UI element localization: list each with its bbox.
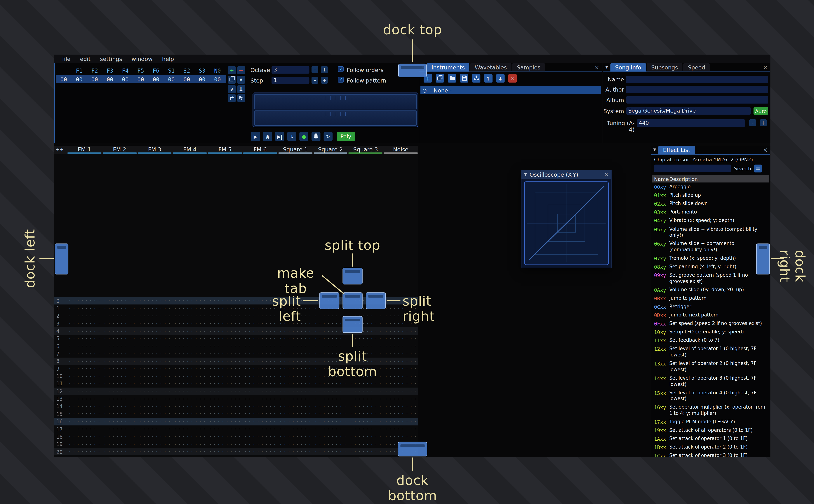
make-tab-target[interactable] xyxy=(342,292,362,309)
split-bottom-target[interactable] xyxy=(342,316,362,333)
tuning-decrease-button[interactable]: - xyxy=(749,119,756,126)
pattern-cell[interactable]: ·············· xyxy=(172,359,207,364)
pattern-cell[interactable]: ·············· xyxy=(348,344,383,349)
tuning-input[interactable]: 440 xyxy=(637,119,745,127)
pattern-cell[interactable]: ·············· xyxy=(67,306,102,311)
follow-pattern-checkbox[interactable] xyxy=(338,77,343,83)
order-cell-s1[interactable]: 00 xyxy=(164,76,179,82)
pattern-cell[interactable]: ·············· xyxy=(172,374,207,379)
effect-row[interactable]: 01xxPitch slide up xyxy=(652,191,770,200)
pattern-cell[interactable]: ·············· xyxy=(278,411,313,417)
pattern-cell[interactable]: ·············· xyxy=(102,419,137,424)
pattern-cell[interactable]: ·············· xyxy=(278,434,313,439)
order-cell-f6[interactable]: 00 xyxy=(148,76,164,82)
pattern-cell[interactable]: ·············· xyxy=(242,381,278,386)
pattern-cell[interactable]: ·············· xyxy=(207,404,242,409)
effect-row[interactable]: 10xySetup LFO (x: enable; y: speed) xyxy=(652,328,770,337)
pattern-cell[interactable]: ·············· xyxy=(348,434,383,439)
pattern-cell[interactable]: ·············· xyxy=(242,434,278,439)
effect-row[interactable]: 00xyArpeggio xyxy=(652,183,770,191)
poly-button[interactable]: Poly xyxy=(337,132,355,141)
system-input[interactable]: Sega Genesis/Mega Drive xyxy=(626,107,751,115)
pattern-cell[interactable]: ·············· xyxy=(137,306,172,311)
effect-row[interactable]: 05xyVolume slide + vibrato (compatibilit… xyxy=(652,225,770,240)
pattern-cell[interactable]: ·············· xyxy=(207,457,242,457)
order-cell-f1[interactable]: 00 xyxy=(71,76,87,82)
pattern-cell[interactable]: ·············· xyxy=(137,457,172,457)
pattern-cell[interactable]: ·············· xyxy=(102,374,137,379)
pattern-cell[interactable]: ·············· xyxy=(278,442,313,447)
pattern-cell[interactable]: ·············· xyxy=(102,442,137,447)
channel-header-noise[interactable]: Noise xyxy=(383,146,419,154)
pattern-cell[interactable]: ·············· xyxy=(172,396,207,402)
play-button[interactable]: ▶ xyxy=(251,132,260,141)
menu-item-edit[interactable]: edit xyxy=(75,56,95,62)
duplicate-order-button[interactable] xyxy=(228,76,236,83)
pattern-cell[interactable]: ·············· xyxy=(348,381,383,386)
song-author-input[interactable] xyxy=(626,86,768,93)
pattern-cell[interactable]: ·············· xyxy=(278,457,313,457)
step-decrease-button[interactable]: - xyxy=(311,77,318,84)
pattern-cell[interactable]: ·············· xyxy=(172,366,207,372)
pattern-cell[interactable]: ·············· xyxy=(242,389,278,394)
effect-row[interactable]: 1BxxSet attack of operator 2 (0 to 1F) xyxy=(652,443,770,452)
pattern-cell[interactable]: ·············· xyxy=(348,449,383,454)
pattern-cell[interactable]: ·············· xyxy=(313,442,348,447)
effect-row[interactable]: 12xxSet level of operator 1 (0 highest, … xyxy=(652,345,770,360)
metronome-button[interactable] xyxy=(311,132,320,141)
effect-row[interactable]: 19xxSet attack of all operators (0 to 1F… xyxy=(652,426,770,435)
pattern-cell[interactable]: ·············· xyxy=(67,411,102,417)
pattern-cell[interactable]: ·············· xyxy=(383,426,419,432)
effect-row[interactable]: 09xySet groove pattern (speed 1 if no gr… xyxy=(652,271,770,286)
pattern-cell[interactable]: ·············· xyxy=(348,404,383,409)
effect-row[interactable]: 0FxxSet speed (speed 2 if no grooves exi… xyxy=(652,320,770,328)
channel-header-fm-3[interactable]: FM 3 xyxy=(137,146,172,154)
tuning-increase-button[interactable]: + xyxy=(760,119,767,126)
pattern-cell[interactable]: ·············· xyxy=(207,426,242,432)
effect-row[interactable]: 06xyVolume slide + portamento (compatibi… xyxy=(652,240,770,254)
dock-left-target[interactable] xyxy=(55,244,68,274)
pattern-cell[interactable]: ·············· xyxy=(383,396,419,402)
close-icon[interactable]: × xyxy=(604,171,609,178)
pattern-cell[interactable]: ·············· xyxy=(172,442,207,447)
effect-search-input[interactable] xyxy=(654,165,731,172)
pattern-cell[interactable]: ·············· xyxy=(383,404,419,409)
instrument-folders-button[interactable] xyxy=(472,74,481,83)
pattern-cell[interactable]: ·············· xyxy=(207,328,242,334)
close-icon[interactable]: × xyxy=(763,147,768,153)
pattern-cell[interactable]: ·············· xyxy=(278,426,313,432)
pattern-cell[interactable]: ·············· xyxy=(137,366,172,372)
pattern-cell[interactable]: ·············· xyxy=(207,442,242,447)
pattern-cell[interactable]: ·············· xyxy=(207,374,242,379)
open-instrument-button[interactable] xyxy=(448,74,456,83)
pattern-cell[interactable]: ·············· xyxy=(242,426,278,432)
move-instrument-down-button[interactable]: ↓ xyxy=(496,74,505,83)
pattern-cell[interactable]: ·············· xyxy=(67,298,102,304)
pattern-cell[interactable]: ·············· xyxy=(172,313,207,319)
pattern-cell[interactable]: ·············· xyxy=(278,404,313,409)
pattern-cell[interactable]: ·············· xyxy=(242,396,278,402)
step-input[interactable]: 1 xyxy=(271,77,309,84)
octave-input[interactable]: 3 xyxy=(271,66,309,74)
tab-samples[interactable]: Samples xyxy=(512,63,545,72)
effect-row[interactable]: 03xxPortamento xyxy=(652,208,770,217)
pattern-cell[interactable]: ·············· xyxy=(102,351,137,356)
piano-lower-row[interactable] xyxy=(254,110,417,126)
pattern-cell[interactable]: ·············· xyxy=(137,328,172,334)
pattern-cell[interactable]: ·············· xyxy=(102,426,137,432)
effect-row[interactable]: 1CxxSet attack of operator 3 (0 to 1F) xyxy=(652,452,770,457)
auto-system-button[interactable]: Auto xyxy=(754,107,768,115)
pattern-cell[interactable]: ·············· xyxy=(348,396,383,402)
collapse-arrow-icon[interactable]: ▼ xyxy=(524,170,527,179)
order-cell-f4[interactable]: 00 xyxy=(118,76,133,82)
order-cell-s3[interactable]: 00 xyxy=(194,76,210,82)
pattern-cell[interactable]: ·············· xyxy=(102,434,137,439)
order-cell-f5[interactable]: 00 xyxy=(133,76,148,82)
pattern-cell[interactable]: ·············· xyxy=(313,381,348,386)
pattern-cell[interactable]: ·············· xyxy=(67,419,102,424)
song-name-input[interactable] xyxy=(626,76,768,83)
collapse-arrow-icon[interactable]: ▼ xyxy=(651,146,658,154)
collapse-arrow-icon[interactable]: ▼ xyxy=(603,63,610,72)
pattern-cell[interactable]: ·············· xyxy=(278,328,313,334)
tab-instruments[interactable]: Instruments xyxy=(427,63,470,72)
